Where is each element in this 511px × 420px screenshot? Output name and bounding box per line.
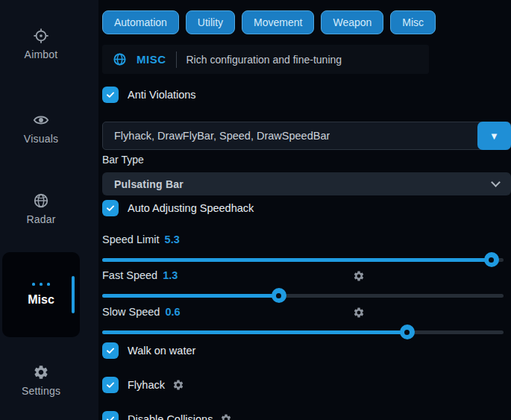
tab-automation[interactable]: Automation <box>102 10 179 34</box>
slider-label-row-slow-speed: Slow Speed 0.6 <box>102 306 181 318</box>
checkbox-row-auto-adjust: Auto Adjusting Speedhack <box>102 200 254 216</box>
slider-label-row-speed-limit: Speed Limit 5.3 <box>102 233 180 245</box>
main-panel: Automation Utility Movement Weapon Misc … <box>102 0 511 420</box>
sidebar-item-settings[interactable]: Settings <box>0 364 82 397</box>
slider-label: Speed Limit <box>102 233 160 245</box>
bar-type-label: Bar Type <box>102 154 144 166</box>
tab-movement[interactable]: Movement <box>242 10 314 34</box>
gear-icon <box>33 364 49 380</box>
sidebar-item-label: Visuals <box>24 133 58 145</box>
slider-thumb[interactable] <box>400 325 415 339</box>
feature-multiselect-dropdown-button[interactable]: ▼ <box>477 122 511 150</box>
slider-thumb[interactable] <box>484 252 499 267</box>
gear-icon[interactable] <box>353 270 365 282</box>
check-icon <box>105 203 116 213</box>
checkbox-label: Disable Collisions <box>128 413 213 420</box>
feature-multiselect[interactable]: Flyhack, DrawFlyBar, Speed, DrawSpeedBar <box>102 122 511 150</box>
active-indicator-bar <box>72 276 75 313</box>
gear-icon[interactable] <box>172 379 184 391</box>
category-tabs: Automation Utility Movement Weapon Misc <box>102 10 436 34</box>
check-icon <box>105 90 116 100</box>
tab-misc[interactable]: Misc <box>390 10 436 34</box>
checkbox-label: Auto Adjusting Speedhack <box>128 202 254 214</box>
feature-multiselect-value: Flyhack, DrawFlyBar, Speed, DrawSpeedBar <box>114 130 330 142</box>
ellipsis-icon <box>32 283 50 286</box>
slider-value: 5.3 <box>165 233 180 245</box>
checkbox-label: Anti Violations <box>128 89 196 101</box>
checkbox-auto-adjust[interactable] <box>102 200 119 216</box>
divider <box>176 51 177 68</box>
checkbox-anti-violations[interactable] <box>102 87 119 103</box>
gear-icon[interactable] <box>353 307 365 319</box>
sidebar-item-visuals[interactable]: Visuals <box>0 112 82 145</box>
bar-type-value: Pulsating Bar <box>114 178 184 190</box>
sidebar-item-label: Settings <box>22 385 60 397</box>
slider-fast-speed[interactable] <box>102 288 504 303</box>
checkbox-label: Flyhack <box>128 379 165 391</box>
sidebar-item-misc[interactable]: Misc <box>2 252 80 337</box>
section-header: MISC Rich configuration and fine-tuning <box>102 45 429 74</box>
globe-icon <box>113 52 127 66</box>
slider-slow-speed[interactable] <box>102 325 504 339</box>
bar-type-select[interactable]: Pulsating Bar <box>102 172 511 195</box>
checkbox-disable-collisions[interactable] <box>102 411 119 420</box>
chevron-down-icon <box>491 178 501 187</box>
checkbox-row-disable-collisions: Disable Collisions <box>102 411 232 420</box>
slider-fill <box>102 258 492 262</box>
slider-label-row-fast-speed: Fast Speed 1.3 <box>102 269 178 281</box>
checkbox-row-flyhack: Flyhack <box>102 377 184 393</box>
slider-speed-limit[interactable] <box>102 252 504 267</box>
sidebar-item-aimbot[interactable]: Aimbot <box>0 28 82 60</box>
slider-value: 1.3 <box>163 269 178 281</box>
checkbox-row-anti-violations: Anti Violations <box>102 87 196 103</box>
checkbox-flyhack[interactable] <box>102 377 119 393</box>
check-icon <box>105 345 116 356</box>
slider-thumb[interactable] <box>272 288 286 303</box>
sidebar-item-label: Aimbot <box>25 48 58 60</box>
sidebar-item-label: Misc <box>28 293 54 307</box>
slider-label: Slow Speed <box>102 306 160 318</box>
section-subtitle: Rich configuration and fine-tuning <box>186 54 342 66</box>
tab-utility[interactable]: Utility <box>186 10 235 34</box>
slider-label: Fast Speed <box>102 269 157 281</box>
check-icon <box>105 414 116 420</box>
checkbox-label: Walk on water <box>128 345 195 357</box>
section-title: MISC <box>137 53 166 66</box>
slider-fill <box>102 330 407 334</box>
sidebar-item-radar[interactable]: Radar <box>0 192 82 225</box>
sidebar-item-label: Radar <box>26 213 55 225</box>
globe-icon <box>33 192 49 209</box>
sidebar: Aimbot Visuals Radar Misc Settings <box>0 0 98 420</box>
checkbox-walk-on-water[interactable] <box>102 342 119 359</box>
gear-icon[interactable] <box>220 413 232 420</box>
slider-fill <box>102 294 279 298</box>
tab-weapon[interactable]: Weapon <box>321 10 383 34</box>
check-icon <box>105 380 116 390</box>
checkbox-row-walk-on-water: Walk on water <box>102 342 195 359</box>
slider-value: 0.6 <box>165 306 180 318</box>
sidebar-item-misc-active[interactable]: Misc <box>2 252 80 337</box>
caret-down-icon: ▼ <box>489 131 499 142</box>
eye-icon <box>33 112 49 128</box>
crosshair-icon <box>33 28 49 44</box>
